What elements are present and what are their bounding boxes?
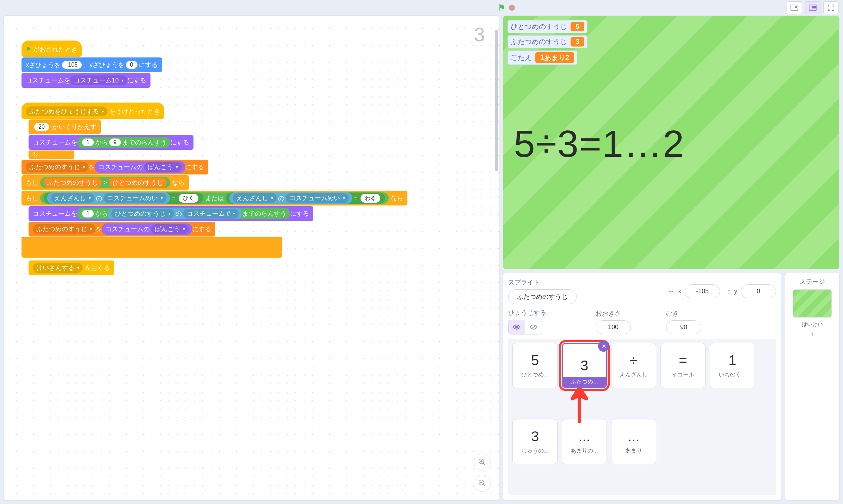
- size-input[interactable]: 100: [596, 320, 631, 334]
- when-receive-block[interactable]: ふたつめをひょうじする をうけとったとき: [21, 103, 164, 119]
- sprite-tile-3[interactable]: =イコール: [660, 343, 706, 388]
- workspace-scrollbar[interactable]: [494, 16, 499, 500]
- set-variable-block-1[interactable]: ふたつめのすうじ を コスチュームの ばんごう にする: [21, 160, 208, 174]
- stage-thumbnail[interactable]: [793, 289, 832, 318]
- direction-input[interactable]: 90: [666, 320, 701, 334]
- rand-from-input[interactable]: 1: [82, 139, 94, 146]
- broadcast-dropdown[interactable]: けいさんする: [33, 263, 83, 273]
- zoom-out-button[interactable]: [474, 475, 491, 492]
- sprite-glyph: 5: [531, 352, 539, 368]
- sprite-info-panel: スプライト ふたつめのすうじ ↔ x -105 ↕ y 0: [503, 273, 781, 500]
- stage-math-display: 5÷3=1…2: [514, 122, 685, 166]
- svg-rect-1: [795, 6, 797, 8]
- sprite-tile-7[interactable]: ...あまり: [611, 419, 656, 464]
- monitor-1[interactable]: ひとつめのすうじ 5: [507, 20, 587, 33]
- sprite-glyph: =: [679, 352, 687, 368]
- x-arrow-icon: ↔: [667, 287, 675, 295]
- sprite-name-label: あまりの...: [571, 447, 598, 455]
- if-block-1[interactable]: もし ふたつめのすうじ > ひとつめのすうじ なら: [21, 175, 189, 190]
- sprite-tile-1[interactable]: 3ふたつめ...✕: [562, 343, 607, 388]
- set-variable-block-2[interactable]: ふたつめのすうじ を コスチュームの ばんごう にする: [29, 222, 215, 236]
- script-stack-1[interactable]: ⚑ がおされたとき xざひょうを -105 、yざひょうを 0 にする コスチュ…: [21, 41, 407, 88]
- script-stack-2[interactable]: ふたつめをひょうじする をうけとったとき 20 かいくりかえす コスチュームを …: [21, 103, 407, 276]
- svg-point-11: [516, 326, 518, 328]
- sprite-tile-0[interactable]: 5ひとつめ...: [512, 343, 558, 388]
- switch-costume-block[interactable]: コスチュームを コスチューム10 にする: [21, 73, 150, 88]
- when-flag-clicked-block[interactable]: ⚑ がおされたとき: [21, 41, 82, 57]
- sprite-dropdown-3[interactable]: ひとつめのすうじ: [111, 209, 174, 219]
- y-arrow-icon: ↕: [727, 287, 731, 295]
- costume-dropdown[interactable]: コスチューム10: [70, 75, 127, 85]
- x-position-input[interactable]: -105: [685, 284, 720, 298]
- svg-rect-3: [812, 6, 816, 8]
- costume-prop-dropdown[interactable]: ばんごう: [144, 162, 181, 172]
- sprite-glyph: ÷: [630, 352, 638, 368]
- sprite-glyph: 3: [531, 429, 539, 444]
- x-input[interactable]: -105: [62, 61, 82, 69]
- compare-value-1[interactable]: ひく: [179, 194, 198, 203]
- rand-to-input[interactable]: 9: [109, 139, 121, 146]
- broadcast-block[interactable]: けいさんする をおくる: [29, 260, 114, 275]
- sprite-name-label: あまり: [625, 447, 642, 455]
- sprite-tile-4[interactable]: 1いちのく...: [710, 343, 755, 388]
- greater-than-operator[interactable]: ふたつめのすうじ > ひとつめのすうじ: [40, 177, 170, 188]
- sprite-dropdown-1[interactable]: えんざんし: [51, 193, 94, 203]
- stage[interactable]: ひとつめのすうじ 5 ふたつめのすうじ 3 こたえ 1あまり2 5÷3=1…2: [503, 16, 839, 269]
- prop-dropdown-3[interactable]: コスチューム #: [183, 209, 239, 219]
- green-flag-icon[interactable]: ⚑: [498, 2, 506, 13]
- sprite-name-label: いちのく...: [719, 371, 746, 379]
- zoom-in-button[interactable]: [474, 454, 491, 471]
- y-position-input[interactable]: 0: [741, 284, 776, 298]
- sprite-tile-6[interactable]: ...あまりの...: [562, 419, 607, 464]
- y-input[interactable]: 0: [126, 61, 137, 69]
- sprite-dropdown-2[interactable]: えんざんし: [233, 193, 277, 203]
- repeat-block[interactable]: 20 かいくりかえす: [29, 119, 101, 134]
- block-workspace[interactable]: 3 ⚑ がおされたとき xざひょうを -105 、yざひょうを 0 にする コス…: [4, 16, 499, 500]
- hide-sprite-button[interactable]: [525, 320, 542, 334]
- variable-dropdown-2[interactable]: ふたつめのすうじ: [33, 224, 96, 234]
- switch-costume-random-block[interactable]: コスチュームを 1 から 9 までのらんすう にする: [29, 135, 193, 150]
- stop-icon[interactable]: ⬢: [509, 3, 515, 12]
- small-stage-button[interactable]: [787, 1, 802, 14]
- sprite-name-label: イコール: [672, 371, 694, 379]
- annotation-arrow-icon: [569, 388, 590, 423]
- stage-panel: ステージ はいけい 1: [785, 273, 839, 500]
- svg-line-9: [483, 484, 485, 486]
- large-stage-button[interactable]: [805, 1, 820, 14]
- monitor-2[interactable]: ふたつめのすうじ 3: [507, 35, 587, 48]
- delete-sprite-button[interactable]: ✕: [598, 340, 609, 352]
- if-block-2[interactable]: もし えんざんし の コスチュームめい = ひく または: [21, 191, 407, 205]
- workspace-sprite-indicator: 3: [474, 23, 485, 46]
- sprite-glyph: ...: [578, 429, 590, 444]
- sprite-glyph: 1: [728, 352, 736, 368]
- svg-line-5: [483, 463, 485, 465]
- if-end-2: [21, 237, 282, 248]
- show-sprite-button[interactable]: [508, 320, 525, 334]
- monitor-3[interactable]: こたえ 1あまり2: [507, 50, 577, 65]
- sprite-name-label: えんざんし: [620, 371, 648, 379]
- sprite-name-input[interactable]: ふたつめのすうじ: [508, 289, 577, 304]
- sprite-name-label: じゅうの...: [521, 447, 548, 455]
- switch-costume-random-block-2[interactable]: コスチュームを 1 から ひとつめのすうじ の コスチューム # までのらんすう…: [29, 206, 313, 221]
- repeat-end: ↻: [29, 150, 74, 159]
- compare-value-2[interactable]: わる: [361, 194, 380, 203]
- goto-xy-block[interactable]: xざひょうを -105 、yざひょうを 0 にする: [21, 57, 162, 72]
- fullscreen-button[interactable]: [823, 1, 839, 14]
- costume-prop-dropdown-2[interactable]: ばんごう: [151, 224, 189, 234]
- sprite-list: 5ひとつめ...3ふたつめ...✕÷えんざんし=イコール1いちのく...3じゅう…: [508, 339, 776, 495]
- variable-dropdown[interactable]: ふたつめのすうじ: [26, 162, 88, 172]
- message-dropdown[interactable]: ふたつめをひょうじする: [26, 106, 107, 116]
- sprite-header: スプライト: [508, 278, 577, 287]
- sprite-name-label: ひとつめ...: [521, 371, 548, 379]
- sprite-tile-2[interactable]: ÷えんざんし: [611, 343, 656, 388]
- rand2-from-input[interactable]: 1: [82, 210, 94, 217]
- repeat-count-input[interactable]: 20: [34, 123, 49, 131]
- or-operator[interactable]: えんざんし の コスチュームめい = ひく または えんざんし の: [40, 192, 389, 204]
- sprite-glyph: ...: [628, 429, 639, 444]
- flag-icon: ⚑: [26, 45, 31, 53]
- prop-dropdown-2[interactable]: コスチュームめい: [286, 193, 349, 203]
- sprite-glyph: 3: [580, 358, 588, 374]
- prop-dropdown-1[interactable]: コスチュームめい: [104, 193, 166, 203]
- sprite-tile-5[interactable]: 3じゅうの...: [512, 419, 558, 464]
- stage-monitors: ひとつめのすうじ 5 ふたつめのすうじ 3 こたえ 1あまり2: [507, 20, 587, 65]
